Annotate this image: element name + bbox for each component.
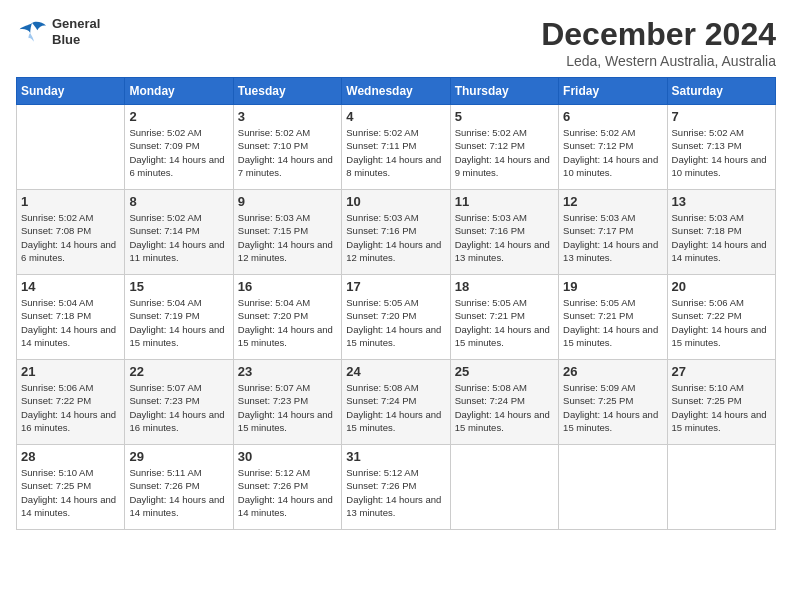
day-number: 26 bbox=[563, 364, 662, 379]
calendar-cell: 28 Sunrise: 5:10 AM Sunset: 7:25 PM Dayl… bbox=[17, 445, 125, 530]
calendar-cell: 18 Sunrise: 5:05 AM Sunset: 7:21 PM Dayl… bbox=[450, 275, 558, 360]
calendar-cell: 1 Sunrise: 5:02 AM Sunset: 7:08 PM Dayli… bbox=[17, 190, 125, 275]
day-number: 7 bbox=[672, 109, 771, 124]
day-info: Sunrise: 5:06 AM Sunset: 7:22 PM Dayligh… bbox=[21, 381, 120, 434]
day-info: Sunrise: 5:07 AM Sunset: 7:23 PM Dayligh… bbox=[238, 381, 337, 434]
day-number: 13 bbox=[672, 194, 771, 209]
logo-icon bbox=[16, 18, 48, 46]
day-number: 10 bbox=[346, 194, 445, 209]
day-number: 28 bbox=[21, 449, 120, 464]
day-number: 23 bbox=[238, 364, 337, 379]
day-number: 29 bbox=[129, 449, 228, 464]
day-number: 18 bbox=[455, 279, 554, 294]
day-number: 30 bbox=[238, 449, 337, 464]
calendar-cell: 29 Sunrise: 5:11 AM Sunset: 7:26 PM Dayl… bbox=[125, 445, 233, 530]
day-info: Sunrise: 5:03 AM Sunset: 7:18 PM Dayligh… bbox=[672, 211, 771, 264]
day-info: Sunrise: 5:04 AM Sunset: 7:20 PM Dayligh… bbox=[238, 296, 337, 349]
calendar-cell: 23 Sunrise: 5:07 AM Sunset: 7:23 PM Dayl… bbox=[233, 360, 341, 445]
day-number: 12 bbox=[563, 194, 662, 209]
day-number: 1 bbox=[21, 194, 120, 209]
calendar-cell: 5 Sunrise: 5:02 AM Sunset: 7:12 PM Dayli… bbox=[450, 105, 558, 190]
calendar-cell bbox=[559, 445, 667, 530]
calendar-cell: 17 Sunrise: 5:05 AM Sunset: 7:20 PM Dayl… bbox=[342, 275, 450, 360]
col-header-friday: Friday bbox=[559, 78, 667, 105]
day-number: 3 bbox=[238, 109, 337, 124]
calendar-cell: 22 Sunrise: 5:07 AM Sunset: 7:23 PM Dayl… bbox=[125, 360, 233, 445]
calendar-cell: 31 Sunrise: 5:12 AM Sunset: 7:26 PM Dayl… bbox=[342, 445, 450, 530]
day-info: Sunrise: 5:12 AM Sunset: 7:26 PM Dayligh… bbox=[238, 466, 337, 519]
day-number: 17 bbox=[346, 279, 445, 294]
title-block: December 2024 Leda, Western Australia, A… bbox=[541, 16, 776, 69]
col-header-wednesday: Wednesday bbox=[342, 78, 450, 105]
day-info: Sunrise: 5:03 AM Sunset: 7:15 PM Dayligh… bbox=[238, 211, 337, 264]
logo-text: General Blue bbox=[52, 16, 100, 47]
day-info: Sunrise: 5:02 AM Sunset: 7:14 PM Dayligh… bbox=[129, 211, 228, 264]
calendar-week-5: 28 Sunrise: 5:10 AM Sunset: 7:25 PM Dayl… bbox=[17, 445, 776, 530]
day-info: Sunrise: 5:03 AM Sunset: 7:17 PM Dayligh… bbox=[563, 211, 662, 264]
day-info: Sunrise: 5:09 AM Sunset: 7:25 PM Dayligh… bbox=[563, 381, 662, 434]
calendar-cell: 4 Sunrise: 5:02 AM Sunset: 7:11 PM Dayli… bbox=[342, 105, 450, 190]
calendar-cell: 9 Sunrise: 5:03 AM Sunset: 7:15 PM Dayli… bbox=[233, 190, 341, 275]
calendar-cell: 21 Sunrise: 5:06 AM Sunset: 7:22 PM Dayl… bbox=[17, 360, 125, 445]
day-number: 24 bbox=[346, 364, 445, 379]
page-header: General Blue December 2024 Leda, Western… bbox=[16, 16, 776, 69]
calendar-cell: 19 Sunrise: 5:05 AM Sunset: 7:21 PM Dayl… bbox=[559, 275, 667, 360]
day-info: Sunrise: 5:04 AM Sunset: 7:19 PM Dayligh… bbox=[129, 296, 228, 349]
calendar-cell: 26 Sunrise: 5:09 AM Sunset: 7:25 PM Dayl… bbox=[559, 360, 667, 445]
day-number: 21 bbox=[21, 364, 120, 379]
calendar-cell: 24 Sunrise: 5:08 AM Sunset: 7:24 PM Dayl… bbox=[342, 360, 450, 445]
day-info: Sunrise: 5:03 AM Sunset: 7:16 PM Dayligh… bbox=[346, 211, 445, 264]
logo: General Blue bbox=[16, 16, 100, 47]
calendar-header-row: SundayMondayTuesdayWednesdayThursdayFrid… bbox=[17, 78, 776, 105]
day-info: Sunrise: 5:05 AM Sunset: 7:21 PM Dayligh… bbox=[455, 296, 554, 349]
day-number: 2 bbox=[129, 109, 228, 124]
col-header-tuesday: Tuesday bbox=[233, 78, 341, 105]
day-number: 31 bbox=[346, 449, 445, 464]
day-number: 9 bbox=[238, 194, 337, 209]
calendar-week-3: 14 Sunrise: 5:04 AM Sunset: 7:18 PM Dayl… bbox=[17, 275, 776, 360]
calendar-cell bbox=[450, 445, 558, 530]
calendar-cell: 15 Sunrise: 5:04 AM Sunset: 7:19 PM Dayl… bbox=[125, 275, 233, 360]
col-header-sunday: Sunday bbox=[17, 78, 125, 105]
day-number: 19 bbox=[563, 279, 662, 294]
col-header-thursday: Thursday bbox=[450, 78, 558, 105]
day-info: Sunrise: 5:02 AM Sunset: 7:10 PM Dayligh… bbox=[238, 126, 337, 179]
day-info: Sunrise: 5:05 AM Sunset: 7:20 PM Dayligh… bbox=[346, 296, 445, 349]
calendar-cell: 7 Sunrise: 5:02 AM Sunset: 7:13 PM Dayli… bbox=[667, 105, 775, 190]
col-header-monday: Monday bbox=[125, 78, 233, 105]
day-number: 11 bbox=[455, 194, 554, 209]
calendar-cell: 16 Sunrise: 5:04 AM Sunset: 7:20 PM Dayl… bbox=[233, 275, 341, 360]
day-info: Sunrise: 5:02 AM Sunset: 7:13 PM Dayligh… bbox=[672, 126, 771, 179]
day-number: 20 bbox=[672, 279, 771, 294]
month-title: December 2024 bbox=[541, 16, 776, 53]
day-number: 27 bbox=[672, 364, 771, 379]
day-info: Sunrise: 5:02 AM Sunset: 7:12 PM Dayligh… bbox=[563, 126, 662, 179]
calendar-cell: 14 Sunrise: 5:04 AM Sunset: 7:18 PM Dayl… bbox=[17, 275, 125, 360]
day-number: 16 bbox=[238, 279, 337, 294]
calendar-cell: 6 Sunrise: 5:02 AM Sunset: 7:12 PM Dayli… bbox=[559, 105, 667, 190]
day-number: 5 bbox=[455, 109, 554, 124]
calendar-week-2: 1 Sunrise: 5:02 AM Sunset: 7:08 PM Dayli… bbox=[17, 190, 776, 275]
calendar-week-1: 2 Sunrise: 5:02 AM Sunset: 7:09 PM Dayli… bbox=[17, 105, 776, 190]
day-info: Sunrise: 5:06 AM Sunset: 7:22 PM Dayligh… bbox=[672, 296, 771, 349]
calendar-cell: 10 Sunrise: 5:03 AM Sunset: 7:16 PM Dayl… bbox=[342, 190, 450, 275]
day-number: 6 bbox=[563, 109, 662, 124]
day-number: 8 bbox=[129, 194, 228, 209]
day-info: Sunrise: 5:02 AM Sunset: 7:08 PM Dayligh… bbox=[21, 211, 120, 264]
col-header-saturday: Saturday bbox=[667, 78, 775, 105]
day-info: Sunrise: 5:03 AM Sunset: 7:16 PM Dayligh… bbox=[455, 211, 554, 264]
day-info: Sunrise: 5:10 AM Sunset: 7:25 PM Dayligh… bbox=[672, 381, 771, 434]
calendar-cell: 8 Sunrise: 5:02 AM Sunset: 7:14 PM Dayli… bbox=[125, 190, 233, 275]
calendar-cell bbox=[667, 445, 775, 530]
location-title: Leda, Western Australia, Australia bbox=[541, 53, 776, 69]
day-number: 14 bbox=[21, 279, 120, 294]
calendar-cell: 12 Sunrise: 5:03 AM Sunset: 7:17 PM Dayl… bbox=[559, 190, 667, 275]
day-info: Sunrise: 5:08 AM Sunset: 7:24 PM Dayligh… bbox=[346, 381, 445, 434]
day-number: 25 bbox=[455, 364, 554, 379]
calendar-cell: 27 Sunrise: 5:10 AM Sunset: 7:25 PM Dayl… bbox=[667, 360, 775, 445]
calendar-cell bbox=[17, 105, 125, 190]
calendar-cell: 13 Sunrise: 5:03 AM Sunset: 7:18 PM Dayl… bbox=[667, 190, 775, 275]
day-info: Sunrise: 5:02 AM Sunset: 7:12 PM Dayligh… bbox=[455, 126, 554, 179]
calendar-cell: 3 Sunrise: 5:02 AM Sunset: 7:10 PM Dayli… bbox=[233, 105, 341, 190]
day-info: Sunrise: 5:12 AM Sunset: 7:26 PM Dayligh… bbox=[346, 466, 445, 519]
